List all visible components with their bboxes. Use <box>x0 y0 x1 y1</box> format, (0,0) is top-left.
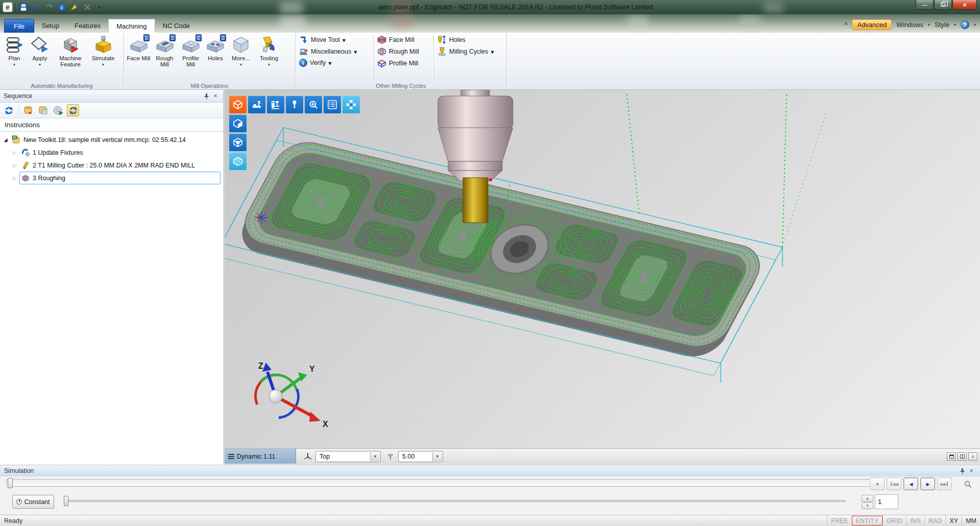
milling-cycles-button[interactable]: Milling Cycles ▾ <box>437 47 500 56</box>
window-layout-icon[interactable] <box>342 96 360 113</box>
machine-tool-icon[interactable] <box>267 96 284 113</box>
flag-xy[interactable]: XY <box>945 515 962 526</box>
save-icon[interactable] <box>18 2 29 12</box>
plan-dropdown-icon[interactable]: ▾ <box>13 62 15 68</box>
step-back-button[interactable]: ◀ <box>903 477 918 490</box>
collapse-icon[interactable]: ▷ <box>13 176 18 181</box>
move-tool-dropdown-icon[interactable]: ▾ <box>342 36 346 44</box>
pin-icon[interactable] <box>958 467 967 475</box>
close-button[interactable]: × <box>952 0 977 10</box>
verify-dropdown-icon[interactable]: ▾ <box>328 59 331 67</box>
info-icon[interactable]: i <box>57 2 67 12</box>
minimize-button[interactable]: — <box>916 0 934 10</box>
style-menu[interactable]: Style <box>935 21 949 29</box>
wireframe-view-icon[interactable] <box>229 134 247 151</box>
chevron-down-icon[interactable]: ▾ <box>370 452 380 461</box>
simulate-button[interactable]: Simulate ▾ <box>88 34 118 68</box>
qat-customize-dropdown-icon[interactable]: ▾ <box>98 5 100 10</box>
viewport-3d-scene[interactable]: Z Y X <box>225 90 980 448</box>
spinner-up-button[interactable]: ▲ <box>862 495 873 502</box>
tab-nc-code[interactable]: NC Code <box>155 19 198 33</box>
tab-machining[interactable]: Machining <box>108 19 155 33</box>
help-dropdown-icon[interactable]: ▾ <box>974 22 976 27</box>
view-mode-button[interactable]: Dynamic 1.11 <box>225 449 296 464</box>
help-icon[interactable]: ? <box>961 20 969 29</box>
milling-cycles-dropdown-icon[interactable]: ▾ <box>491 48 494 56</box>
flag-grid[interactable]: GRID <box>883 515 906 526</box>
machine-setup-icon[interactable] <box>248 96 265 113</box>
tooling-button[interactable]: Tooling ▾ <box>255 34 283 68</box>
redo-icon[interactable] <box>44 2 54 12</box>
auto-update-icon[interactable] <box>67 104 79 116</box>
tab-setup[interactable]: Setup <box>34 19 67 33</box>
skip-to-start-button[interactable]: ◀◀ <box>887 477 901 490</box>
style-dropdown-icon[interactable]: ▾ <box>954 22 956 27</box>
close-view-button[interactable]: × <box>968 452 977 461</box>
close-panel-icon[interactable]: × <box>211 92 220 100</box>
rough-mill-button[interactable]: Rough Mill <box>152 34 178 67</box>
sequence-properties-icon[interactable] <box>37 104 50 116</box>
close-panel-icon[interactable]: × <box>967 467 976 475</box>
shaded-view-icon[interactable] <box>229 115 247 132</box>
advanced-mode-button[interactable]: Advanced <box>852 19 892 30</box>
step-count-field[interactable]: 1 <box>875 494 898 509</box>
chevron-down-icon[interactable]: ▾ <box>432 452 442 461</box>
windows-menu[interactable]: Windows <box>896 21 923 29</box>
regenerate-icon[interactable] <box>3 104 15 116</box>
split-vertical-button[interactable] <box>958 452 967 461</box>
sequence-new-icon[interactable]: ★ <box>22 104 35 116</box>
holes-small-button[interactable]: Holes <box>437 35 500 44</box>
translucent-view-icon[interactable] <box>229 153 247 170</box>
profile-mill-button[interactable]: Profile Mill <box>178 34 204 67</box>
face-mill-small-button[interactable]: Face Mill <box>377 35 430 44</box>
tool-display-icon[interactable] <box>286 96 303 113</box>
flag-free[interactable]: FREE <box>827 515 851 526</box>
help-wand-icon[interactable]: ? <box>69 2 80 12</box>
miscellaneous-dropdown-icon[interactable]: ▾ <box>354 48 357 56</box>
profile-mill-small-button[interactable]: Profile Mill <box>377 59 430 68</box>
windows-dropdown-icon[interactable]: ▾ <box>928 22 930 27</box>
tree-row-roughing[interactable]: ▷ 3 Roughing <box>0 172 224 184</box>
rough-mill-small-button[interactable]: Rough Mill <box>377 47 430 56</box>
tree-row-milling-cutter[interactable]: ▷ 2 T1 Milling Cutter : 25.0 MM DIA X 2M… <box>0 159 224 172</box>
speed-slider[interactable] <box>64 500 846 502</box>
machine-feature-button[interactable]: Machine Feature <box>53 34 88 67</box>
zoom-extents-icon[interactable] <box>305 96 322 113</box>
zoom-search-button[interactable] <box>960 477 975 490</box>
tree-row-update-fixtures[interactable]: ▷ 1 Update Fixtures <box>0 146 224 159</box>
undo-icon[interactable] <box>31 2 41 12</box>
restore-button[interactable] <box>934 0 952 10</box>
tab-features[interactable]: Features <box>67 19 108 33</box>
flag-rad[interactable]: RAD <box>924 515 945 526</box>
expand-icon[interactable]: ◢ <box>4 137 9 142</box>
more-cycles-button[interactable]: More... ▾ <box>227 34 255 68</box>
more-cycles-dropdown-icon[interactable]: ▾ <box>240 62 242 68</box>
view-orientation-select[interactable]: Top ▾ <box>315 451 381 462</box>
tab-file[interactable]: File <box>4 19 34 33</box>
apply-dropdown-icon[interactable]: ▾ <box>39 62 41 68</box>
skip-to-end-button[interactable]: ▶▶ <box>937 477 952 490</box>
stock-view-icon[interactable] <box>229 96 247 113</box>
simulation-progress-slider[interactable] <box>6 479 880 487</box>
apply-button[interactable]: Apply ▾ <box>27 34 53 68</box>
miscellaneous-button[interactable]: Miscellaneous ▾ <box>299 47 370 56</box>
flag-mm[interactable]: MM <box>962 515 980 526</box>
collapse-ribbon-icon[interactable]: ^ <box>845 22 848 28</box>
step-value-select[interactable]: 5.00 ▾ <box>398 451 443 462</box>
spinner-down-button[interactable]: ▼ <box>862 503 873 510</box>
collapse-icon[interactable]: ▷ <box>13 150 18 155</box>
speed-slider-thumb[interactable] <box>64 496 68 506</box>
pin-icon[interactable] <box>202 92 211 100</box>
progress-slider-thumb[interactable] <box>8 478 13 488</box>
stop-button[interactable]: ■ <box>870 477 885 490</box>
flag-ins[interactable]: INS <box>906 515 924 526</box>
move-tool-button[interactable]: Move Tool ▾ <box>299 35 370 44</box>
collapse-icon[interactable]: ▷ <box>13 163 18 168</box>
split-horizontal-button[interactable] <box>947 452 956 461</box>
plan-button[interactable]: Plan ▾ <box>2 34 27 68</box>
simulate-dropdown-icon[interactable]: ▾ <box>102 62 104 68</box>
display-list-icon[interactable] <box>324 96 341 113</box>
tooling-dropdown-icon[interactable]: ▾ <box>268 62 270 68</box>
verify-button[interactable]: i Verify ▾ <box>299 59 370 67</box>
step-forward-button[interactable]: ▶ <box>920 477 935 490</box>
